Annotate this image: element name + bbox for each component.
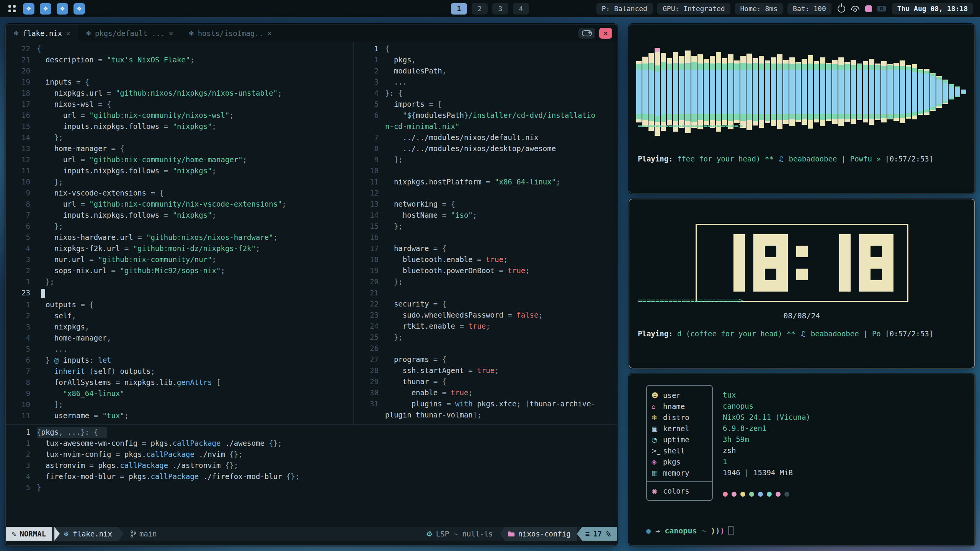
line-number: 1	[6, 427, 37, 438]
dock-app-icon[interactable]: ❖	[57, 3, 68, 15]
fetch-label: shell	[663, 447, 685, 455]
code-line: 18 bluetooth.enable = true;	[354, 254, 617, 265]
fetch-window: ☻user⌂hname❄distro▣kernel◔uptime>_shell◈…	[629, 373, 975, 546]
code-line: 20 };	[354, 276, 617, 287]
fetch-value: zsh	[723, 445, 810, 456]
line-number: 7	[6, 210, 37, 221]
workspace-tag[interactable]: 4	[513, 3, 529, 15]
code-text: networking = {	[385, 199, 455, 210]
line-number: 14	[354, 210, 385, 221]
neovim-window: ❄flake.nix×❄pkgs/default ...×❄hosts/isoI…	[5, 24, 617, 546]
launcher-icon[interactable]	[7, 4, 17, 14]
powerline-separator	[54, 527, 60, 541]
scroll-percent: ≡ 17 %	[582, 527, 617, 541]
fetch-label: hname	[663, 402, 685, 411]
code-text: rtkit.enable = true;	[385, 321, 490, 332]
toggle-icon[interactable]	[578, 28, 595, 39]
window-close-button[interactable]: ×	[599, 28, 612, 39]
tab-flake-nix[interactable]: ❄flake.nix×	[6, 24, 78, 42]
code-line: 22 security = {	[354, 298, 617, 310]
editor-splits: 22{21 description = "tux's NixOS Flake";…	[6, 42, 617, 424]
line-number: 18	[6, 88, 37, 99]
line-number: 13	[354, 199, 385, 210]
code-text: firefox-mod-blur = pkgs.callPackage ./fi…	[37, 471, 299, 482]
code-line: 27 programs = {	[354, 354, 617, 365]
prompt-chevron: )	[720, 526, 725, 535]
tab-close-icon[interactable]: ×	[169, 29, 173, 37]
code-text: hostName = "iso";	[385, 210, 477, 221]
uptime-icon: ◔	[652, 436, 663, 443]
code-text: ...	[37, 344, 67, 355]
statusline-filename: ❄ flake.nix	[52, 527, 118, 541]
code-line: 31 plugins = with pkgs.xfce; [thunar-arc…	[354, 398, 617, 409]
power-icon[interactable]	[838, 5, 845, 13]
dock-app-icon[interactable]: ❖	[23, 3, 34, 15]
prompt-host: canopus	[665, 526, 701, 535]
pkgs-icon: ◈	[652, 458, 663, 466]
dock-app-icon[interactable]: ❖	[40, 3, 51, 15]
line-number: 2	[6, 265, 37, 276]
nix-file-icon: ❄	[86, 29, 91, 37]
line-number: 18	[354, 254, 385, 265]
line-number: 25	[354, 332, 385, 343]
line-number: 19	[6, 77, 37, 88]
pane-pkgs-default[interactable]: 1{pkgs, ...}: {1 tux-awesome-wm-config =…	[6, 425, 617, 527]
line-number: 11	[6, 410, 37, 421]
color-swatch-icon[interactable]	[865, 5, 872, 12]
code-text: ../../modules/nixos/desktop/awesome	[385, 143, 556, 154]
workspace-tag[interactable]: 2	[472, 3, 488, 15]
code-text: };	[385, 332, 403, 343]
bar-right: P: BalancedGPU: IntegratedHome: 8msBat: …	[596, 3, 973, 15]
code-text: nix-vscode-extensions = {	[37, 187, 164, 199]
code-line: 1 outputs = {	[6, 299, 353, 310]
status-pill: P: Balanced	[596, 3, 653, 15]
code-line: 9 "x86_64-linux"	[6, 388, 353, 399]
fetch-value: canopus	[723, 401, 810, 412]
desktop: ❖❖❖❖ 1234 P: BalancedGPU: IntegratedHome…	[0, 0, 980, 551]
workspace-tag[interactable]: 3	[492, 3, 508, 15]
pane-flake-nix[interactable]: 22{21 description = "tux's NixOS Flake";…	[6, 42, 353, 424]
workspace-tag[interactable]: 1	[451, 3, 467, 15]
prompt-chevron: )	[711, 526, 715, 535]
code-line: 16 url = "github:nix-community/nixos-wsl…	[6, 110, 353, 121]
code-line: 18 nixpkgs.url = "github:nixos/nixpkgs/n…	[6, 88, 353, 99]
code-text: ];	[37, 399, 63, 410]
line-number: 15	[6, 121, 37, 132]
code-text: }	[37, 482, 41, 493]
kernel-icon: ▣	[652, 425, 663, 432]
tab-pkgs-default-[interactable]: ❄pkgs/default ...×	[78, 24, 181, 42]
code-line: 10 ];	[6, 399, 353, 410]
code-text: self,	[37, 310, 76, 321]
pane-iso-image[interactable]: 1{1 pkgs,2 modulesPath,3 ...4}: {5 impor…	[354, 42, 617, 424]
code-text: outputs = {	[37, 299, 94, 310]
fetch-row: ⌂hname	[647, 401, 712, 412]
code-text: pkgs,	[385, 54, 416, 65]
tab-close-icon[interactable]: ×	[66, 29, 70, 37]
shell-icon: >_	[652, 447, 663, 455]
wifi-icon[interactable]	[851, 5, 860, 12]
code-line: 7 ../../modules/nixos/default.nix	[354, 132, 617, 143]
tabline: ❄flake.nix×❄pkgs/default ...×❄hosts/isoI…	[6, 24, 617, 42]
code-line: 23	[6, 287, 353, 299]
line-number: 5	[354, 99, 385, 110]
code-line: 21 description = "tux's NixOS Flake";	[6, 54, 353, 65]
code-line: 1 tux-awesome-wm-config = pkgs.callPacka…	[6, 438, 617, 449]
fetch-label: kernel	[663, 424, 689, 433]
code-text: inputs.nixpkgs.follows = "nixpkgs";	[37, 165, 216, 176]
code-line: 12 url = "github:nix-community/home-mana…	[6, 154, 353, 165]
code-text: ../../modules/nixos/default.nix	[385, 132, 538, 143]
tab-close-icon[interactable]: ×	[267, 29, 271, 37]
code-line: 1 };	[6, 276, 353, 287]
code-line: 22{	[6, 43, 353, 54]
dock-app-icon[interactable]: ❖	[74, 3, 85, 15]
line-number: 4	[6, 243, 37, 254]
camera-icon[interactable]	[877, 6, 886, 11]
code-line: 30 enable = true;	[354, 387, 617, 398]
code-text: nixos-wsl = {	[37, 99, 111, 110]
code-line: 21	[354, 287, 617, 298]
code-text: description = "tux's NixOS Flake";	[37, 54, 194, 65]
tab-label: hosts/isoImag..	[198, 29, 264, 37]
shell-prompt[interactable]: ● → canopus ~ )))	[646, 526, 733, 535]
tab-hosts-isoImag-[interactable]: ❄hosts/isoImag..×	[181, 24, 279, 42]
code-line: 10 };	[6, 176, 353, 187]
